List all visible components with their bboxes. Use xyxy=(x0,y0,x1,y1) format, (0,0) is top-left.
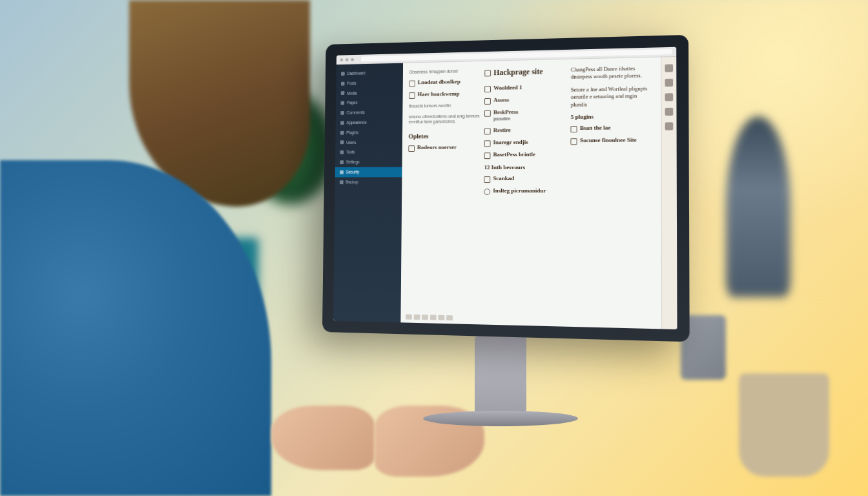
checklist-item[interactable]: BasetPess brintle xyxy=(484,151,566,159)
coffee-mug xyxy=(739,373,829,477)
title-text: Hackprage site xyxy=(493,67,542,78)
checklist-label: Inaregr endjis xyxy=(493,140,528,146)
checklist-item[interactable]: Rodeors noerser xyxy=(408,144,479,152)
checkbox-icon[interactable] xyxy=(484,140,491,147)
main-content: Obseness hmsypen dorsel Lnodeat dboslkep… xyxy=(400,47,661,329)
status-chip xyxy=(446,315,453,320)
window-control-icon[interactable] xyxy=(351,57,354,61)
sidebar-item-users[interactable]: Users xyxy=(335,137,402,147)
screen: Dashboard Posts Media Pages Comments xyxy=(333,47,677,329)
tool-icon[interactable] xyxy=(665,93,674,101)
sidebar-label: Plugins xyxy=(346,130,358,135)
checkbox-icon[interactable] xyxy=(409,81,415,87)
tool-icon[interactable] xyxy=(665,108,674,116)
checklist-item[interactable]: Scankad xyxy=(484,176,566,183)
checklist-label: Rodeors noerser xyxy=(417,144,457,150)
checkbox-icon[interactable] xyxy=(408,145,415,152)
shield-icon xyxy=(340,170,344,174)
sidebar-item-media[interactable]: Media xyxy=(336,87,403,98)
sidebar-label: Media xyxy=(347,90,357,96)
admin-sidebar: Dashboard Posts Media Pages Comments xyxy=(333,54,403,322)
checklist-item[interactable]: Restire xyxy=(484,127,565,134)
checklist-item[interactable]: Socunse finoulnee Site xyxy=(571,137,654,145)
page-title: Hackprage site xyxy=(485,67,566,78)
sidebar-item-pages[interactable]: Pages xyxy=(336,98,403,108)
checkbox-icon[interactable] xyxy=(484,86,491,92)
sidebar-label: Appearance xyxy=(346,120,366,125)
paragraph-text: Setore a fne and Wortleal pligupts oerur… xyxy=(571,85,654,108)
checkbox-icon[interactable] xyxy=(409,92,415,99)
checklist-item[interactable]: Bsan the lae xyxy=(571,125,654,133)
appearance-icon xyxy=(340,121,344,125)
sidebar-item-plugins[interactable]: Plugins xyxy=(335,127,402,138)
checklist-label: Scankad xyxy=(493,176,514,182)
description-text: thoucds lunsors aovrttn xyxy=(409,103,480,109)
checklist-item[interactable]: Lnodeat dboslkep xyxy=(409,79,479,87)
backup-icon xyxy=(340,180,344,184)
tool-icon[interactable] xyxy=(665,122,674,130)
right-toolbar xyxy=(661,47,677,329)
checklist-item[interactable]: Haer hoackwemp xyxy=(409,91,480,99)
sidebar-label: Tools xyxy=(346,150,355,155)
radio-icon[interactable] xyxy=(484,189,491,195)
sidebar-label: Security xyxy=(346,170,360,175)
hand-left xyxy=(271,406,375,470)
checklist-item[interactable]: Inaregr endjis xyxy=(484,139,566,147)
window-control-icon[interactable] xyxy=(340,58,343,61)
monitor-stand xyxy=(475,336,526,413)
checklist-label: BasetPess brintle xyxy=(493,152,535,158)
column-3: ChangPess all Danre ithattes dnstepess w… xyxy=(570,65,655,324)
checklist-label: Socunse finoulnee Site xyxy=(580,138,637,145)
sidebar-item-settings[interactable]: Settings xyxy=(335,157,402,167)
description-text: smono ofbrectcatens oeat anlg lannors em… xyxy=(409,114,480,125)
sidebar-label: Comments xyxy=(347,110,365,116)
status-chip xyxy=(406,315,412,320)
status-chip xyxy=(430,315,437,320)
sidebar-item-comments[interactable]: Comments xyxy=(336,107,403,118)
checklist-label: Inslteg picrumanidur xyxy=(493,188,546,194)
desk-lamp xyxy=(726,116,790,297)
checkbox-icon[interactable] xyxy=(484,152,491,159)
monitor: Dashboard Posts Media Pages Comments xyxy=(316,39,685,336)
checkbox-icon[interactable] xyxy=(484,110,491,117)
tools-icon xyxy=(340,150,344,154)
media-icon xyxy=(341,92,345,96)
pages-icon xyxy=(341,101,345,105)
sidebar-label: Backup xyxy=(346,180,358,185)
status-chip xyxy=(414,315,420,320)
monitor-base xyxy=(423,411,578,426)
checklist-item[interactable]: BeskPress psouttre xyxy=(484,108,565,122)
window-control-icon[interactable] xyxy=(346,58,349,61)
sidebar-label: Users xyxy=(346,140,356,145)
note-text: Obseness hmsypen dorsel xyxy=(409,68,479,76)
sidebar-label: Dashboard xyxy=(347,71,365,76)
checkbox-icon[interactable] xyxy=(484,176,491,183)
checklist-sublabel: psouttre xyxy=(493,116,510,121)
checkbox-icon[interactable] xyxy=(571,126,577,132)
checklist-label: Lnodeat dboslkep xyxy=(418,79,460,87)
tool-icon[interactable] xyxy=(665,79,674,87)
plugins-icon xyxy=(340,131,344,135)
stat-text: 12 Inth besvours xyxy=(484,163,566,170)
sidebar-item-tools[interactable]: Tools xyxy=(335,147,402,158)
checklist-label: BeskPress xyxy=(493,108,518,115)
settings-icon xyxy=(340,160,344,164)
checklist-item[interactable]: Inslteg picrumanidur xyxy=(484,188,566,195)
sidebar-item-security[interactable]: Security xyxy=(335,167,402,178)
checkbox-icon[interactable] xyxy=(484,98,491,105)
column-2: Hackprage site Wooldeed 1 Assess BeskPre… xyxy=(483,67,565,322)
checkbox-icon[interactable] xyxy=(485,70,491,76)
status-strip xyxy=(406,314,453,322)
tool-icon[interactable] xyxy=(665,64,673,72)
comments-icon xyxy=(340,111,344,115)
dashboard-icon xyxy=(341,72,345,76)
checklist-item[interactable]: Assess xyxy=(484,96,565,105)
sidebar-item-backup[interactable]: Backup xyxy=(335,177,402,187)
sidebar-item-appearance[interactable]: Appearance xyxy=(336,117,403,128)
checklist-label: Haer hoackwemp xyxy=(417,91,459,98)
checkbox-icon[interactable] xyxy=(571,139,577,145)
checkbox-icon[interactable] xyxy=(484,128,491,134)
posts-icon xyxy=(341,81,345,85)
checklist-item[interactable]: Wooldeed 1 xyxy=(484,84,565,92)
checklist-label: Assess xyxy=(493,97,509,103)
